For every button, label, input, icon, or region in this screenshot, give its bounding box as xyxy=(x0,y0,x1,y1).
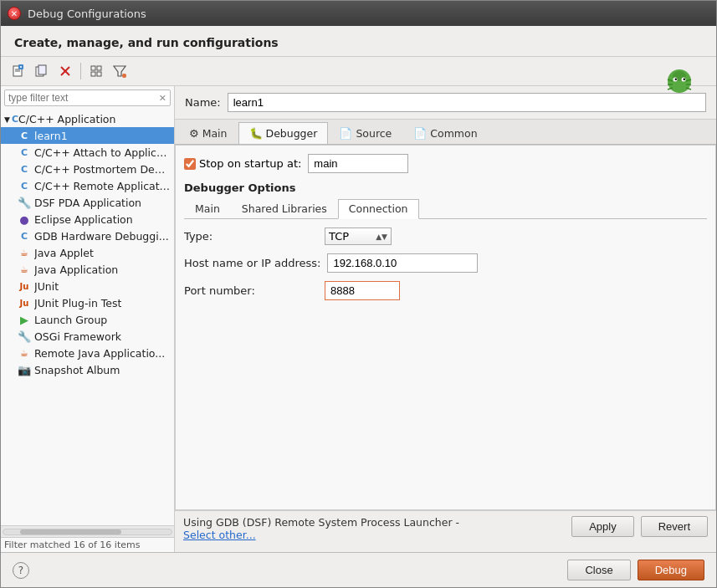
delete-config-button[interactable] xyxy=(54,60,76,82)
host-label: Host name or IP address: xyxy=(184,257,320,269)
select-other-link[interactable]: Select other... xyxy=(183,529,256,541)
java-app-icon: ☕ xyxy=(18,263,31,276)
learn1-icon: C xyxy=(18,129,31,142)
tab-common-label: Common xyxy=(430,127,477,140)
host-row: Host name or IP address: xyxy=(184,253,707,273)
sidebar-item-label: C/C++ Remote Applicati... xyxy=(34,180,171,192)
sidebar-item-gdb[interactable]: C GDB Hardware Debuggi... xyxy=(1,228,174,244)
tab-main[interactable]: ⚙ Main xyxy=(178,122,238,144)
help-button[interactable]: ? xyxy=(13,562,29,579)
stop-at-input[interactable] xyxy=(308,154,408,173)
filter-input[interactable] xyxy=(8,92,159,104)
stop-at-label[interactable]: Stop on startup at: xyxy=(184,157,301,170)
tab-debugger[interactable]: 🐛 Debugger xyxy=(238,122,329,144)
sub-tab-main[interactable]: Main xyxy=(184,199,231,218)
sidebar-item-snapshot[interactable]: 📷 Snapshot Album xyxy=(1,361,174,378)
header-section: Create, manage, and run configurations xyxy=(1,26,716,57)
window-title: Debug Configurations xyxy=(28,8,146,20)
sub-tab-connection-label: Connection xyxy=(349,202,408,215)
stop-at-checkbox[interactable] xyxy=(184,158,196,170)
sidebar-item-dsf[interactable]: 🔧 DSF PDA Application xyxy=(1,194,174,211)
bug-icon xyxy=(659,63,699,105)
new-config-button[interactable] xyxy=(8,60,29,82)
scrollbar-track xyxy=(3,529,172,535)
filter-status: Filter matched 16 of 16 items xyxy=(1,537,174,552)
sidebar-item-label: Java Applet xyxy=(34,247,94,259)
name-input[interactable] xyxy=(228,93,706,112)
stop-at-row: Stop on startup at: xyxy=(184,154,707,173)
duplicate-config-button[interactable] xyxy=(31,60,53,82)
close-button[interactable]: Close xyxy=(567,560,630,580)
header-subtitle: Create, manage, and run configurations xyxy=(14,36,279,49)
port-row: Port number: xyxy=(184,281,707,300)
java-applet-icon: ☕ xyxy=(18,246,31,259)
bottom-status: Using GDB (DSF) Remote System Process La… xyxy=(175,510,716,552)
svg-rect-27 xyxy=(122,74,126,78)
collapse-button[interactable] xyxy=(85,60,107,82)
sub-tabs: Main Shared Libraries Connection xyxy=(184,199,707,219)
tree-group-label: C/C++ Application xyxy=(18,113,115,125)
filter-clear-button[interactable]: ✕ xyxy=(159,93,166,104)
name-label: Name: xyxy=(185,96,221,109)
sidebar-item-launch-group[interactable]: ▶ Launch Group xyxy=(1,311,174,328)
sidebar-item-label: Launch Group xyxy=(34,314,107,326)
sidebar-scrollbar[interactable] xyxy=(1,525,174,537)
apply-button[interactable]: Apply xyxy=(571,516,634,537)
launch-group-icon: ▶ xyxy=(18,313,31,326)
footer-left: ? xyxy=(13,562,29,579)
window-content: Create, manage, and run configurations xyxy=(1,26,716,587)
host-input[interactable] xyxy=(327,253,478,273)
revert-button[interactable]: Revert xyxy=(641,516,708,537)
sidebar-item-attach[interactable]: C C/C++ Attach to Applica... xyxy=(1,144,174,161)
source-tab-icon: 📄 xyxy=(339,127,352,140)
panel-content: Stop on startup at: Debugger Options Mai… xyxy=(175,145,716,510)
sidebar-item-remote-java[interactable]: ☕ Remote Java Applicatio... xyxy=(1,345,174,361)
port-label: Port number: xyxy=(184,284,318,297)
osgi-icon: 🔧 xyxy=(18,330,31,343)
sidebar-item-java-applet[interactable]: ☕ Java Applet xyxy=(1,244,174,261)
toolbar-separator xyxy=(80,63,81,79)
type-label: Type: xyxy=(184,230,318,243)
type-select[interactable]: TCP ▲▼ xyxy=(325,228,392,245)
sidebar-item-java-app[interactable]: ☕ Java Application xyxy=(1,261,174,278)
svg-rect-24 xyxy=(91,72,95,76)
gdb-icon: C xyxy=(18,229,31,243)
tab-common[interactable]: 📄 Common xyxy=(402,122,488,144)
sidebar: ✕ ▼ C C/C++ Application C learn1 xyxy=(1,86,175,552)
sidebar-item-junit-plugin[interactable]: Ju JUnit Plug-in Test xyxy=(1,294,174,311)
sidebar-item-learn1[interactable]: C learn1 xyxy=(1,127,174,144)
main-area: ✕ ▼ C C/C++ Application C learn1 xyxy=(1,86,716,552)
port-input[interactable] xyxy=(325,281,400,300)
svg-point-5 xyxy=(684,79,685,80)
junit-plugin-icon: Ju xyxy=(18,296,31,309)
svg-rect-19 xyxy=(38,65,46,74)
tab-source[interactable]: 📄 Source xyxy=(328,122,402,144)
footer: ? Close Debug xyxy=(1,552,716,587)
sidebar-item-eclipse[interactable]: ● Eclipse Application xyxy=(1,211,174,228)
sidebar-item-postmortem[interactable]: C C/C++ Postmortem Deb... xyxy=(1,161,174,177)
attach-icon: C xyxy=(18,146,31,159)
sidebar-item-remote[interactable]: C C/C++ Remote Applicati... xyxy=(1,177,174,194)
debug-button[interactable]: Debug xyxy=(638,560,704,580)
sidebar-item-junit[interactable]: Ju JUnit xyxy=(1,278,174,294)
stop-at-text: Stop on startup at: xyxy=(199,157,301,170)
tree-group-cpp[interactable]: ▼ C C/C++ Application xyxy=(1,111,174,127)
cpp-app-icon: C xyxy=(12,114,18,125)
sub-tab-shared-libraries[interactable]: Shared Libraries xyxy=(231,199,338,218)
scrollbar-thumb xyxy=(20,529,121,534)
group-arrow-icon: ▼ xyxy=(4,115,10,124)
debugger-options-title: Debugger Options xyxy=(184,182,707,194)
title-bar: ✕ Debug Configurations xyxy=(1,1,716,26)
common-tab-icon: 📄 xyxy=(413,127,427,140)
filter-button[interactable] xyxy=(109,60,131,82)
junit-icon: Ju xyxy=(18,279,31,293)
tab-source-label: Source xyxy=(356,127,392,140)
type-row: Type: TCP ▲▼ xyxy=(184,228,707,245)
sidebar-item-osgi[interactable]: 🔧 OSGi Framework xyxy=(1,328,174,345)
remote-icon: C xyxy=(18,179,31,192)
dsf-icon: 🔧 xyxy=(18,196,31,209)
close-window-button[interactable]: ✕ xyxy=(8,7,21,20)
sub-tab-connection[interactable]: Connection xyxy=(338,199,419,219)
tabs-bar: ⚙ Main 🐛 Debugger 📄 Source 📄 Common xyxy=(175,120,716,145)
sidebar-item-label: learn1 xyxy=(34,130,68,142)
